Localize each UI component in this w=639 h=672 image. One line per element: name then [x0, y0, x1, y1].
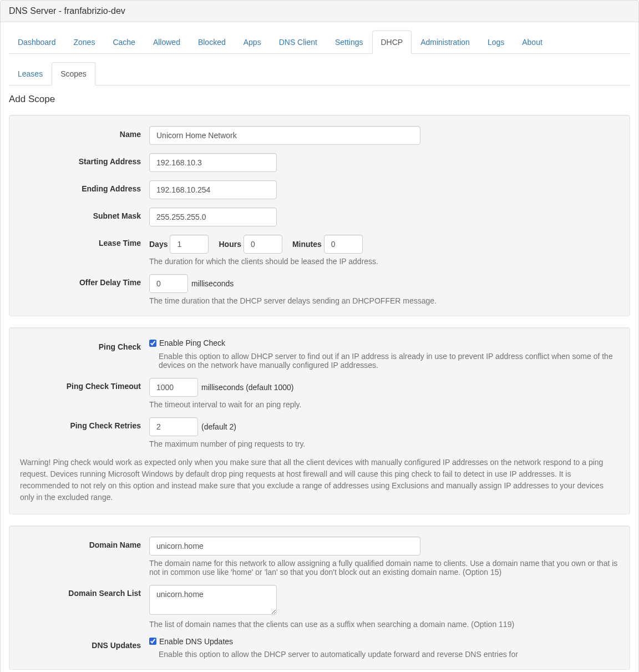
offer-delay-unit: milliseconds — [191, 279, 234, 288]
domain-search-help: The list of domain names that the client… — [149, 620, 619, 629]
ping-check-label: Ping Check — [20, 338, 149, 351]
tab-about[interactable]: About — [513, 31, 551, 54]
tab-dns-client[interactable]: DNS Client — [270, 31, 326, 54]
scope-well-domain: Domain Name The domain name for this net… — [9, 526, 630, 670]
minutes-label: Minutes — [292, 240, 324, 249]
ping-retries-unit: (default 2) — [201, 422, 236, 431]
domain-name-help: The domain name for this network to allo… — [149, 559, 619, 577]
offer-delay-help: The time duration that the DHCP server d… — [149, 296, 619, 305]
ping-timeout-help: The timeout interval to wait for an ping… — [149, 400, 619, 409]
tab-apps[interactable]: Apps — [235, 31, 270, 54]
ping-retries-input[interactable] — [149, 417, 198, 436]
starting-address-input[interactable] — [149, 153, 277, 172]
subtab-leases[interactable]: Leases — [9, 62, 52, 85]
ping-check-checkbox[interactable] — [149, 340, 156, 347]
scope-well-basic: Name Starting Address Ending Address Sub… — [9, 115, 630, 316]
tab-zones[interactable]: Zones — [65, 31, 104, 54]
tab-logs[interactable]: Logs — [479, 31, 513, 54]
dns-updates-help: Enable this option to allow the DHCP ser… — [159, 650, 619, 659]
tab-administration[interactable]: Administration — [412, 31, 479, 54]
domain-name-label: Domain Name — [20, 537, 149, 549]
subnet-mask-input[interactable] — [149, 208, 277, 226]
panel-title: DNS Server - franfabrizio-dev — [1, 1, 638, 22]
domain-search-label: Domain Search List — [20, 585, 149, 598]
domain-name-input[interactable] — [149, 537, 420, 555]
main-panel: DNS Server - franfabrizio-dev DashboardZ… — [0, 0, 639, 672]
tab-allowed[interactable]: Allowed — [144, 31, 189, 54]
lease-time-label: Lease Time — [20, 235, 149, 247]
scope-well-ping: Ping Check Enable Ping Check Enable this… — [9, 327, 630, 514]
domain-search-textarea[interactable] — [149, 585, 277, 615]
offer-delay-label: Offer Delay Time — [20, 274, 149, 287]
dns-updates-checkbox-row[interactable]: Enable DNS Updates — [149, 637, 233, 646]
days-label: Days — [149, 240, 170, 249]
ping-retries-help: The maximum number of ping requests to t… — [149, 439, 619, 448]
tab-dhcp[interactable]: DHCP — [372, 31, 412, 54]
starting-address-label: Starting Address — [20, 153, 149, 166]
tab-blocked[interactable]: Blocked — [189, 31, 235, 54]
section-title: Add Scope — [9, 94, 630, 105]
ping-timeout-label: Ping Check Timeout — [20, 378, 149, 391]
dns-updates-label: DNS Updates — [20, 637, 149, 650]
name-input[interactable] — [149, 126, 420, 145]
dns-updates-checkbox[interactable] — [149, 638, 156, 645]
sub-tabs: LeasesScopes — [9, 62, 630, 85]
dns-updates-checkbox-label: Enable DNS Updates — [159, 637, 233, 646]
ping-timeout-unit: milliseconds (default 1000) — [201, 383, 294, 392]
tab-cache[interactable]: Cache — [104, 31, 144, 54]
ping-warning-text: Warning! Ping check would work as expect… — [20, 457, 619, 503]
name-label: Name — [20, 126, 149, 139]
subnet-mask-label: Subnet Mask — [20, 208, 149, 220]
offer-delay-input[interactable] — [149, 274, 188, 293]
lease-days-input[interactable] — [170, 235, 209, 254]
ending-address-input[interactable] — [149, 180, 277, 199]
tab-settings[interactable]: Settings — [326, 31, 372, 54]
ping-check-checkbox-row[interactable]: Enable Ping Check — [149, 338, 225, 347]
subtab-scopes[interactable]: Scopes — [52, 62, 95, 85]
lease-time-help: The duration for which the clients shoul… — [149, 257, 619, 266]
ping-check-checkbox-label: Enable Ping Check — [159, 338, 225, 347]
main-tabs: DashboardZonesCacheAllowedBlockedAppsDNS… — [9, 31, 630, 54]
ping-retries-label: Ping Check Retries — [20, 417, 149, 430]
lease-minutes-input[interactable] — [324, 235, 363, 254]
tab-dashboard[interactable]: Dashboard — [9, 31, 65, 54]
ping-check-help: Enable this option to allow DHCP server … — [159, 352, 619, 370]
lease-hours-input[interactable] — [244, 235, 282, 254]
ping-timeout-input[interactable] — [149, 378, 198, 397]
panel-body: DashboardZonesCacheAllowedBlockedAppsDNS… — [1, 22, 638, 672]
ending-address-label: Ending Address — [20, 180, 149, 193]
hours-label: Hours — [219, 240, 243, 249]
